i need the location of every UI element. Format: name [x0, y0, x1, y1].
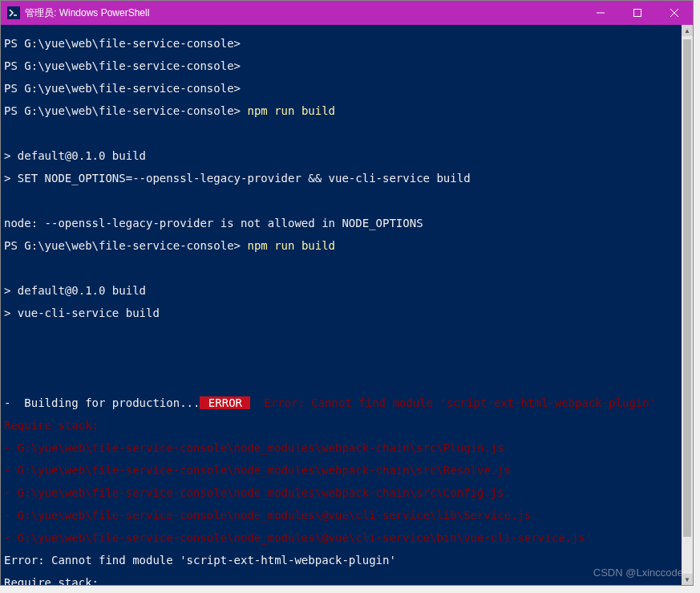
titlebar[interactable]: 管理员: Windows PowerShell: [1, 1, 693, 25]
stack-path: - G:\yue\web\file-service-console\node_m…: [4, 465, 678, 476]
powershell-icon: [7, 6, 20, 19]
stack-path: - G:\yue\web\file-service-console\node_m…: [4, 487, 678, 498]
command: npm run build: [247, 104, 335, 117]
close-button[interactable]: [656, 1, 693, 25]
output-line: > vue-cli-service build: [4, 307, 678, 319]
minimize-button[interactable]: [582, 1, 619, 25]
error-line: Error: Cannot find module 'script-ext-ht…: [4, 554, 678, 566]
error-badge: ERROR: [200, 396, 250, 409]
prompt: PS G:\yue\web\file-service-console>: [4, 104, 241, 117]
command: npm run build: [247, 239, 335, 252]
scrollbar-thumb[interactable]: [683, 39, 691, 537]
prompt: PS G:\yue\web\file-service-console>: [4, 239, 241, 252]
stack-path: - G:\yue\web\file-service-console\node_m…: [4, 510, 678, 521]
output-line: > default@0.1.0 build: [4, 150, 678, 161]
output-line: node: --openssl-legacy-provider is not a…: [4, 217, 678, 229]
require-stack-label: Require stack:: [4, 420, 678, 431]
window-controls: [582, 1, 693, 25]
stack-path: - G:\yue\web\file-service-console\node_m…: [4, 532, 678, 543]
maximize-button[interactable]: [619, 1, 656, 25]
prompt: PS G:\yue\web\file-service-console>: [4, 37, 241, 50]
terminal-output[interactable]: PS G:\yue\web\file-service-console> PS G…: [1, 25, 682, 585]
error-msg: Error: Cannot find module 'script-ext-ht…: [250, 396, 656, 409]
output-line: > SET NODE_OPTIONS=--openssl-legacy-prov…: [4, 173, 678, 184]
error-line: Require stack:: [4, 577, 678, 585]
building-label: - Building for production...: [4, 396, 200, 409]
scroll-down-button[interactable]: ▼: [682, 574, 693, 585]
window-title: 管理员: Windows PowerShell: [25, 6, 582, 20]
stack-path: - G:\yue\web\file-service-console\node_m…: [4, 442, 678, 453]
powershell-window: 管理员: Windows PowerShell PS G:\yue\web\fi…: [0, 0, 694, 586]
scroll-up-button[interactable]: ▲: [682, 25, 693, 36]
vertical-scrollbar[interactable]: ▲ ▼: [682, 25, 693, 585]
svg-rect-1: [634, 10, 641, 17]
prompt: PS G:\yue\web\file-service-console>: [4, 82, 241, 95]
output-line: > default@0.1.0 build: [4, 285, 678, 296]
prompt: PS G:\yue\web\file-service-console>: [4, 59, 241, 72]
